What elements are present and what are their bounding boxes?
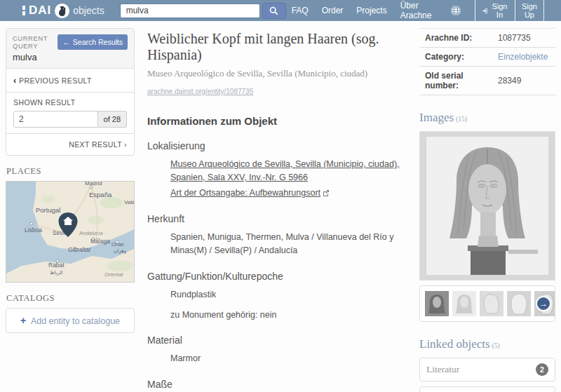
svg-text:Gibraltar: Gibraltar xyxy=(68,246,91,253)
sign-up-button[interactable]: Sign Up xyxy=(515,0,544,22)
page: DAI objects FAQ Order Projects Über Arac… xyxy=(0,0,561,392)
linked-item-literatur[interactable]: Literatur 2 xyxy=(419,358,555,381)
result-total: of 28 xyxy=(98,111,127,128)
result-navigation-panel: CURRENT QUERY mulva ← Search Results ‹ P… xyxy=(6,28,135,156)
search-button[interactable] xyxy=(262,3,286,19)
linked-objects-count: (5) xyxy=(492,342,500,349)
nav-about-arachne[interactable]: Über Arachne xyxy=(400,1,437,20)
add-entity-to-catalogue-button[interactable]: + Add entity to catalogue xyxy=(6,308,135,333)
sign-in-button[interactable]: Sign In xyxy=(475,0,515,22)
page-title: Weiblicher Kopf mit langen Haaren (sog. … xyxy=(147,31,410,63)
next-result-button[interactable]: NEXT RESULT › xyxy=(6,134,134,155)
nav-faq[interactable]: FAQ xyxy=(292,6,309,15)
image-thumbnail[interactable] xyxy=(507,291,531,316)
meta-row-category: Category: Einzelobjekte xyxy=(419,48,555,67)
images-count: (15) xyxy=(456,116,467,123)
svg-text:Portugal: Portugal xyxy=(36,206,60,214)
image-thumbnail[interactable] xyxy=(452,291,476,316)
images-heading: Images(15) xyxy=(419,111,555,125)
shown-result-input[interactable] xyxy=(13,111,98,128)
old-serial-value: 28349 xyxy=(498,76,521,86)
svg-text:Oriental: Oriental xyxy=(104,271,123,278)
meta-table: Arachne ID: 1087735 Category: Einzelobje… xyxy=(419,28,555,95)
image-thumbnail[interactable] xyxy=(480,291,503,316)
current-query-value: mulva xyxy=(13,52,58,62)
svg-text:Andalucía: Andalucía xyxy=(79,230,102,236)
external-link-icon xyxy=(323,187,330,201)
meta-row-old-serial: Old serial number: 28349 xyxy=(419,67,555,95)
right-arrow-icon: → xyxy=(539,299,548,309)
previous-result-button[interactable]: ‹ PREVIOUS RESULT xyxy=(6,69,134,93)
main-content: Weiblicher Kopf mit langen Haaren (sog. … xyxy=(135,28,419,392)
object-info-heading: Informationen zum Objekt xyxy=(147,115,410,127)
entity-url-link[interactable]: arachne.dainst.org/entity/1087735 xyxy=(147,88,253,95)
current-query-label: CURRENT QUERY xyxy=(13,34,58,50)
arachne-id-value: 1087735 xyxy=(498,33,531,43)
meta-row-arachne-id: Arachne ID: 1087735 xyxy=(419,29,555,48)
places-heading: PLACES xyxy=(6,166,134,177)
gattung-line2: zu Monument gehörig: nein xyxy=(170,309,410,322)
back-arrow-icon: ← xyxy=(62,38,70,46)
svg-text:Málaga: Málaga xyxy=(90,238,110,245)
brand-dai: DAI xyxy=(29,4,51,18)
svg-text:Madrid: Madrid xyxy=(85,182,102,187)
chevron-left-icon: ‹ xyxy=(13,75,17,86)
count-badge: 2 xyxy=(536,363,548,376)
section-heading-herkunft: Herkunft xyxy=(147,213,410,224)
shown-result-label: SHOWN RESULT xyxy=(13,98,127,107)
image-thumbnail[interactable] xyxy=(425,291,449,316)
left-sidebar: CURRENT QUERY mulva ← Search Results ‹ P… xyxy=(6,28,135,392)
top-navbar: DAI objects FAQ Order Projects Über Arac… xyxy=(0,0,561,21)
lokalisierung-link[interactable]: Museo Arqueológico de Sevilla, Sevilla (… xyxy=(170,159,400,182)
svg-text:Lisboa: Lisboa xyxy=(25,227,42,234)
material-text: Marmor xyxy=(170,352,410,365)
svg-text:الرباط: الرباط xyxy=(50,270,63,276)
shown-result-block: SHOWN RESULT of 28 xyxy=(6,93,134,134)
global-search-input[interactable] xyxy=(120,4,260,18)
chevron-right-icon: › xyxy=(124,140,127,149)
language-globe-icon[interactable] xyxy=(450,5,461,16)
section-heading-lokalisierung: Lokalisierung xyxy=(147,140,410,151)
amphora-logo-icon xyxy=(55,4,69,18)
linked-item-reproduktionen[interactable]: Reproduktionen 2 xyxy=(419,386,555,392)
svg-text:وهران: وهران xyxy=(114,248,126,254)
ortsangabe-link[interactable]: Art der Ortsangabe: Aufbewahrungsort xyxy=(170,188,320,198)
sign-in-icon xyxy=(482,7,487,15)
gattung-line1: Rundplastik xyxy=(170,288,410,302)
image-thumbnail-strip: → xyxy=(419,285,555,322)
svg-text:Rabat: Rabat xyxy=(48,262,65,269)
section-heading-material: Material xyxy=(147,334,410,346)
back-to-search-results-button[interactable]: ← Search Results xyxy=(58,34,128,50)
section-heading-masse: Maße xyxy=(147,379,410,390)
section-heading-gattung: Gattung/Funktion/Kulturepoche xyxy=(147,271,410,282)
svg-text:España: España xyxy=(89,191,112,198)
plus-icon: + xyxy=(20,315,26,326)
category-link[interactable]: Einzelobjekte xyxy=(498,52,548,62)
search-icon xyxy=(269,6,278,15)
nav-projects[interactable]: Projects xyxy=(356,6,386,15)
nav-order[interactable]: Order xyxy=(322,6,344,15)
idai-objects-logo[interactable]: DAI objects xyxy=(22,4,104,18)
catalogs-heading: CATALOGS xyxy=(6,293,134,304)
linked-objects-heading: Linked objects(5) xyxy=(419,337,555,351)
main-object-image[interactable] xyxy=(419,131,555,281)
places-map[interactable]: Madrid España Valènc Portugal Lisboa Sev… xyxy=(6,181,135,283)
thumbnails-next-button[interactable]: → xyxy=(536,296,551,311)
page-subtitle: Museo Arqueológico de Sevilla, Sevilla (… xyxy=(147,68,410,79)
brand-objects: objects xyxy=(73,5,104,16)
idai-i-dots-icon xyxy=(22,6,25,15)
svg-text:Oran: Oran xyxy=(111,241,124,248)
svg-text:Valènc: Valènc xyxy=(124,199,134,205)
herkunft-text: Spanien, Munigua, Thermen, Mulva / Villa… xyxy=(170,231,410,257)
right-sidebar: Arachne ID: 1087735 Category: Einzelobje… xyxy=(419,28,555,392)
